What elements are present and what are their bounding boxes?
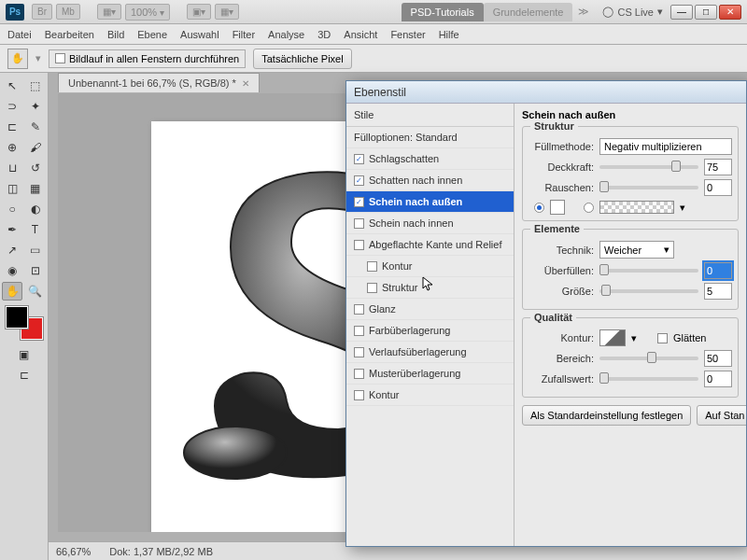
status-zoom[interactable]: 66,67% xyxy=(56,546,91,557)
antialias-checkbox[interactable] xyxy=(657,333,668,343)
fg-color[interactable] xyxy=(6,306,28,329)
fill-options-row[interactable]: Fülloptionen: Standard xyxy=(346,127,514,148)
path-tool[interactable]: ↗ xyxy=(2,241,22,259)
lasso-tool[interactable]: ⊃ xyxy=(2,97,22,116)
dodge-tool[interactable]: ◐ xyxy=(25,200,46,218)
type-tool[interactable]: T xyxy=(25,220,46,239)
spread-value[interactable]: 0 xyxy=(704,262,732,279)
checkbox[interactable] xyxy=(354,390,364,400)
size-slider[interactable] xyxy=(599,289,698,293)
range-value[interactable]: 50 xyxy=(704,350,732,367)
eyedropper-tool[interactable]: ✎ xyxy=(25,118,46,136)
dropdown-arrow-icon[interactable]: ▾ xyxy=(631,332,637,344)
menu-ansicht[interactable]: Ansicht xyxy=(344,29,377,40)
checkbox[interactable]: ✓ xyxy=(354,154,364,164)
menu-analyse[interactable]: Analyse xyxy=(268,29,304,40)
checkbox[interactable] xyxy=(354,240,364,250)
arrange-btn[interactable]: ▦▾ xyxy=(97,4,121,20)
stamp-tool[interactable]: ⊔ xyxy=(2,159,22,177)
extras-btn[interactable]: ▦▾ xyxy=(215,4,239,20)
3d-cam-tool[interactable]: ⊡ xyxy=(25,261,46,280)
style-struktur[interactable]: Struktur xyxy=(346,277,514,299)
zoom-level[interactable]: 100% ▾ xyxy=(125,4,170,21)
marquee-tool[interactable]: ⬚ xyxy=(25,77,46,95)
menu-fenster[interactable]: Fenster xyxy=(390,29,425,40)
dropdown-arrow-icon[interactable]: ▾ xyxy=(680,202,685,214)
menu-datei[interactable]: Datei xyxy=(7,29,32,40)
style-glanz[interactable]: Glanz xyxy=(346,299,514,320)
heal-tool[interactable]: ⊕ xyxy=(2,138,22,157)
styles-header[interactable]: Stile xyxy=(346,104,514,127)
gradient-swatch[interactable] xyxy=(599,201,674,214)
actual-pixels-btn[interactable]: Tatsächliche Pixel xyxy=(253,49,351,69)
checkbox[interactable] xyxy=(354,304,364,315)
blend-mode-dropdown[interactable]: Negativ multiplizieren xyxy=(599,138,732,155)
eraser-tool[interactable]: ◫ xyxy=(2,179,22,198)
screen-mode-btn[interactable]: ▣▾ xyxy=(187,4,211,20)
checkbox[interactable] xyxy=(354,326,364,336)
spread-slider[interactable] xyxy=(599,269,698,273)
document-tab[interactable]: Unbenannt-1 bei 66,7% (S, RGB/8) *✕ xyxy=(58,73,260,92)
style-farbüberlagerung[interactable]: Farbüberlagerung xyxy=(346,320,514,342)
jitter-value[interactable]: 0 xyxy=(704,371,732,387)
style-kontur[interactable]: Kontur xyxy=(346,385,514,406)
hand-tool-icon[interactable]: ✋ xyxy=(7,49,28,69)
scroll-all-checkbox[interactable]: Bildlauf in allen Fenstern durchführen xyxy=(49,49,246,68)
menu-bearbeiten[interactable]: Bearbeiten xyxy=(45,29,94,40)
history-brush-tool[interactable]: ↺ xyxy=(25,159,46,177)
checkbox[interactable]: ✓ xyxy=(354,175,364,186)
reset-default-btn[interactable]: Auf Stan xyxy=(697,405,746,426)
style-abgeflachte-kante-und-relief[interactable]: Abgeflachte Kante und Relief xyxy=(346,234,514,256)
noise-value[interactable]: 0 xyxy=(704,179,732,196)
style-kontur[interactable]: Kontur xyxy=(346,256,514,277)
checkbox[interactable] xyxy=(354,218,364,229)
style-musterüberlagerung[interactable]: Musterüberlagerung xyxy=(346,363,514,385)
color-swatch[interactable] xyxy=(550,200,565,215)
cslive-btn[interactable]: ◯CS Live ▾ xyxy=(595,6,670,18)
style-schein-nach-innen[interactable]: Schein nach innen xyxy=(346,213,514,234)
checkbox[interactable] xyxy=(367,261,377,272)
minibridge-btn[interactable]: Mb xyxy=(56,4,80,20)
menu-filter[interactable]: Filter xyxy=(233,29,255,40)
blur-tool[interactable]: ○ xyxy=(2,200,22,218)
menu-ebene[interactable]: Ebene xyxy=(137,29,167,40)
contour-picker[interactable] xyxy=(599,329,626,346)
hand-tool[interactable]: ✋ xyxy=(2,282,22,301)
checkbox[interactable] xyxy=(367,283,377,293)
maximize-btn[interactable]: □ xyxy=(695,5,717,20)
close-icon[interactable]: ✕ xyxy=(242,78,249,89)
style-schein-nach-außen[interactable]: ✓Schein nach außen xyxy=(346,191,514,213)
gradient-tool[interactable]: ▦ xyxy=(25,179,46,198)
screenmode-btn[interactable]: ⊏ xyxy=(14,366,35,385)
minimize-btn[interactable]: — xyxy=(670,5,693,20)
dropdown-arrow-icon[interactable]: ▾ xyxy=(35,52,41,64)
checkbox[interactable]: ✓ xyxy=(354,197,364,207)
workspace-tab-grundelemente[interactable]: Grundelemente xyxy=(484,3,573,21)
style-verlaufsüberlagerung[interactable]: Verlaufsüberlagerung xyxy=(346,342,514,363)
brush-tool[interactable]: 🖌 xyxy=(25,138,46,157)
quickmask-btn[interactable]: ▣ xyxy=(14,345,35,364)
range-slider[interactable] xyxy=(599,357,698,360)
color-radio[interactable] xyxy=(534,203,544,213)
3d-tool[interactable]: ◉ xyxy=(2,261,22,280)
technique-dropdown[interactable]: Weicher▾ xyxy=(599,241,674,259)
menu-auswahl[interactable]: Auswahl xyxy=(180,29,219,40)
pen-tool[interactable]: ✒ xyxy=(2,220,22,239)
move-tool[interactable]: ↖ xyxy=(2,77,22,95)
opacity-value[interactable]: 75 xyxy=(704,159,732,175)
zoom-tool[interactable]: 🔍 xyxy=(25,282,46,301)
checkbox[interactable] xyxy=(354,369,364,379)
gradient-radio[interactable] xyxy=(584,203,594,213)
checkbox[interactable] xyxy=(354,347,364,357)
style-schlagschatten[interactable]: ✓Schlagschatten xyxy=(346,148,514,170)
style-schatten-nach-innen[interactable]: ✓Schatten nach innen xyxy=(346,170,514,191)
bridge-btn[interactable]: Br xyxy=(32,4,52,20)
noise-slider[interactable] xyxy=(599,186,698,189)
size-value[interactable]: 5 xyxy=(704,283,732,300)
menu-hilfe[interactable]: Hilfe xyxy=(439,29,459,40)
menu-3d[interactable]: 3D xyxy=(317,29,331,40)
crop-tool[interactable]: ⊏ xyxy=(2,118,22,136)
workspace-tab-tutorials[interactable]: PSD-Tutorials xyxy=(402,3,484,21)
more-workspaces-icon[interactable]: ≫ xyxy=(572,6,595,18)
shape-tool[interactable]: ▭ xyxy=(25,241,46,259)
